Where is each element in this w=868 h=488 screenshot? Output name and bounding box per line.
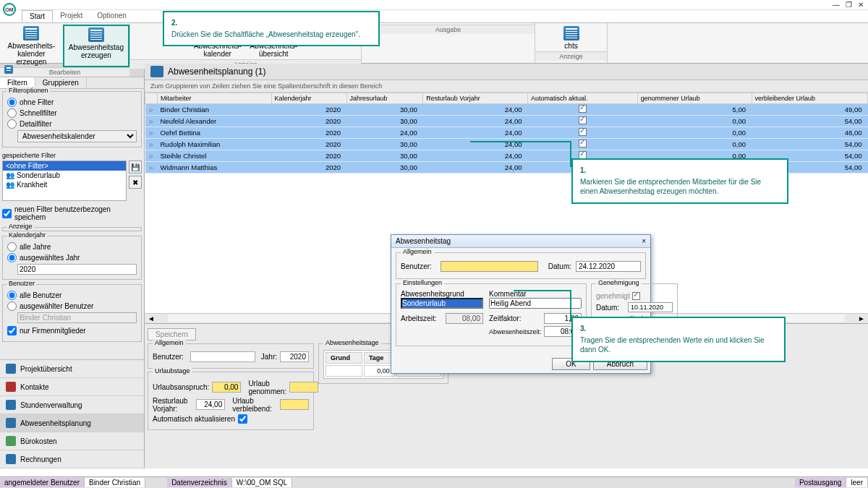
detail-verbleibend[interactable] bbox=[280, 399, 309, 410]
chk-genehmigt[interactable] bbox=[632, 292, 640, 300]
content: Abwesenheitsplanung (1) Zum Gruppieren v… bbox=[145, 64, 868, 468]
ribbon-group-bearbeiten: Bearbeiten bbox=[0, 67, 129, 77]
dialog-title: Abwesenheitstag bbox=[396, 237, 451, 245]
callout-2: 2.Drücken Sie die Schaltfläche „Abwesenh… bbox=[163, 11, 380, 46]
content-header: Abwesenheitsplanung (1) bbox=[145, 64, 868, 80]
sb-user-label: angemeldeter Benutzer bbox=[0, 478, 85, 487]
detail-rest[interactable] bbox=[196, 399, 225, 410]
app-logo: OM bbox=[3, 3, 16, 16]
tab-start[interactable]: Start bbox=[22, 10, 53, 22]
sb-postausgang-label: Postausgang bbox=[795, 478, 846, 487]
kalenderjahr-group: Kalenderjahr alle Jahre ausgewähltes Jah… bbox=[2, 236, 142, 280]
ribbon: Abwesenheits- kalender erzeugen Abwesenh… bbox=[0, 23, 868, 64]
col-auto[interactable]: Automatisch aktual. bbox=[528, 93, 638, 104]
connector-line bbox=[470, 141, 571, 142]
filteroptionen-group: Filteroptionen ohne Filter Schnellfilter… bbox=[2, 91, 142, 147]
radio-schnellfilter[interactable] bbox=[7, 108, 17, 118]
benutzer-group: Benutzer alle Benutzer ausgewählter Benu… bbox=[2, 284, 142, 342]
col-jahresurlaub[interactable]: Jahresurlaub bbox=[346, 93, 423, 104]
window-minimize-icon[interactable]: — bbox=[833, 1, 840, 9]
detail-jahr[interactable] bbox=[280, 351, 309, 362]
tab-projekt[interactable]: Projekt bbox=[53, 10, 90, 22]
nav-rechnungen[interactable]: Rechnungen bbox=[0, 450, 144, 468]
table-row[interactable]: ▹Rudolph Maximilian202030,0024,000,0054,… bbox=[145, 139, 868, 150]
nav-stundenverwaltung[interactable]: Stundenverwaltung bbox=[0, 396, 144, 414]
window-close-icon[interactable]: ✕ bbox=[858, 1, 864, 9]
radio-alle-benutzer[interactable] bbox=[7, 291, 17, 300]
detail-benutzer[interactable] bbox=[190, 351, 255, 362]
connector-line bbox=[570, 290, 571, 322]
filter-item-krankheit[interactable]: 👥 Krankheit bbox=[3, 180, 126, 189]
col-kalenderjahr[interactable]: Kalenderjahr bbox=[271, 93, 346, 104]
radio-ohne-filter[interactable] bbox=[7, 98, 17, 107]
connector-line bbox=[514, 290, 571, 291]
tab-optionen[interactable]: Optionen bbox=[90, 10, 134, 22]
table-row[interactable]: ▹Neufeld Alexander202030,0024,000,0054,0… bbox=[145, 116, 868, 127]
chart-icon bbox=[563, 26, 579, 40]
callout-1: 1.Markieren Sie die entsprechenden Mitar… bbox=[571, 158, 788, 204]
ribbon-tabs: Start Projekt Optionen bbox=[0, 10, 868, 23]
save-filter-button[interactable]: 💾 bbox=[129, 160, 142, 174]
radio-ausg-benutzer[interactable] bbox=[7, 301, 17, 311]
dlg-datum[interactable] bbox=[576, 261, 641, 272]
table-row[interactable]: ▹Oehrl Bettina202024,0024,000,0048,00 bbox=[145, 127, 868, 139]
dlg-arbeitszeit bbox=[446, 313, 483, 324]
ribbon-group-anzeige2: Anzeige bbox=[535, 51, 607, 61]
dlg-kommentar[interactable] bbox=[489, 298, 582, 309]
statusbar: angemeldeter Benutzer Binder Christian D… bbox=[0, 476, 868, 488]
dlg-genehmigt-datum[interactable] bbox=[628, 302, 673, 312]
nav-footer: Projektübersicht Kontakte Stundenverwalt… bbox=[0, 359, 144, 468]
nav-buerokosten[interactable]: Bürokosten bbox=[0, 432, 144, 450]
col-verbleibend[interactable]: verbleibender Urlaub bbox=[752, 93, 867, 104]
dlg-benutzer[interactable] bbox=[441, 261, 538, 272]
saved-filters-list[interactable]: <ohne Filter> 👥 Sonderurlaub 👥 Krankheit bbox=[2, 160, 127, 201]
grouping-bar[interactable]: Zum Gruppieren von Zeilen ziehen Sie ein… bbox=[145, 80, 868, 93]
nav-kontakte[interactable]: Kontakte bbox=[0, 378, 144, 396]
sidebar: Abwesenheitsplanung Filtern Gruppieren F… bbox=[0, 64, 145, 468]
table-row[interactable]: ▹Binder Christian202030,0024,005,0049,00 bbox=[145, 104, 868, 116]
content-title: Abwesenheitsplanung (1) bbox=[168, 67, 265, 77]
sb-user: Binder Christian bbox=[85, 478, 145, 487]
radio-ausg-jahr[interactable] bbox=[7, 253, 17, 262]
dlg-grund[interactable] bbox=[401, 298, 483, 309]
nav-abwesenheitsplanung[interactable]: Abwesenheitsplanung bbox=[0, 414, 144, 432]
chk-user-filter[interactable] bbox=[2, 209, 12, 218]
col-mitarbeiter[interactable]: Mitarbeiter bbox=[158, 93, 272, 104]
calendar-icon bbox=[150, 66, 163, 77]
connector-line bbox=[570, 141, 571, 167]
chk-auto-aktualisieren[interactable] bbox=[238, 414, 247, 424]
sb-dir: W:\00_OM SQL bbox=[232, 478, 292, 487]
window-titlebar: — ❐ ✕ bbox=[0, 0, 868, 10]
calendar-icon bbox=[4, 65, 13, 74]
btn-abwesenheitstag-erzeugen[interactable]: Abwesenheitstag erzeugen bbox=[63, 25, 129, 67]
chk-nur-firma[interactable] bbox=[7, 326, 17, 335]
detail-anspruch[interactable] bbox=[212, 382, 241, 393]
radio-detailfilter[interactable] bbox=[7, 119, 17, 129]
btn-kalender-erzeugen[interactable]: Abwesenheits- kalender erzeugen bbox=[0, 25, 63, 67]
btn-chts[interactable]: chts bbox=[559, 25, 584, 51]
calendar-day-icon bbox=[88, 27, 104, 42]
filter-item-none[interactable]: <ohne Filter> bbox=[3, 161, 126, 171]
nav-projektuebersicht[interactable]: Projektübersicht bbox=[0, 360, 144, 378]
year-input[interactable] bbox=[17, 264, 137, 275]
delete-filter-button[interactable]: ✖ bbox=[129, 176, 142, 189]
sb-dir-label: Datenverzeichnis bbox=[167, 478, 232, 487]
window-maximize-icon[interactable]: ❐ bbox=[846, 1, 852, 9]
radio-alle-jahre[interactable] bbox=[7, 242, 17, 252]
detailfilter-select[interactable]: Abwesenheitskalender bbox=[17, 130, 137, 142]
col-genommen[interactable]: genommener Urlaub bbox=[637, 93, 752, 104]
callout-3: 3.Tragen Sie die entsprechenden Werte ei… bbox=[571, 317, 786, 362]
sb-postausgang: leer bbox=[846, 478, 868, 487]
filter-item-sonderurlaub[interactable]: 👥 Sonderurlaub bbox=[3, 171, 126, 180]
dialog-close-button[interactable]: × bbox=[642, 237, 646, 245]
benutzer-input bbox=[17, 312, 137, 323]
calendar-plus-icon bbox=[23, 26, 39, 40]
ribbon-group-ausgabe: Ausgabe bbox=[362, 25, 535, 34]
detail-genommen[interactable] bbox=[289, 382, 318, 393]
col-resturlaub[interactable]: Resturlaub Vorjahr bbox=[423, 93, 528, 104]
saved-filters-label: gespeicherte Filter bbox=[2, 152, 142, 159]
